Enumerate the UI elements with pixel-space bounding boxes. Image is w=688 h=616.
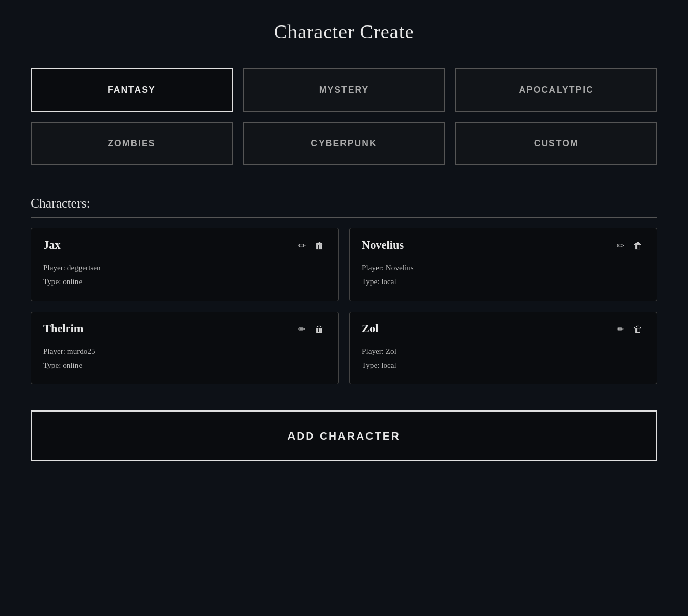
characters-section: Characters: Jax ✏ 🗑 Player: deggertsen T… bbox=[31, 196, 657, 461]
character-card-zol: Zol ✏ 🗑 Player: Zol Type: local bbox=[349, 312, 657, 385]
delete-icon: 🗑 bbox=[315, 324, 324, 335]
character-card-jax: Jax ✏ 🗑 Player: deggertsen Type: online bbox=[31, 228, 339, 301]
character-actions: ✏ 🗑 bbox=[296, 239, 326, 253]
genre-grid: FANTASYMYSTERYAPOCALYTPICZOMBIESCYBERPUN… bbox=[31, 68, 657, 165]
page-title: Character Create bbox=[31, 20, 657, 43]
character-type: Type: local bbox=[362, 274, 645, 288]
edit-character-button[interactable]: ✏ bbox=[615, 239, 626, 253]
character-name: Jax bbox=[43, 239, 61, 252]
character-player: Player: Zol bbox=[362, 344, 645, 358]
character-player: Player: deggertsen bbox=[43, 261, 326, 274]
edit-icon: ✏ bbox=[617, 324, 624, 335]
character-info: Player: Novelius Type: local bbox=[362, 261, 645, 289]
character-card-header: Jax ✏ 🗑 bbox=[43, 239, 326, 253]
delete-character-button[interactable]: 🗑 bbox=[313, 322, 326, 337]
bottom-divider bbox=[31, 395, 657, 395]
edit-icon: ✏ bbox=[298, 324, 306, 335]
character-player: Player: Novelius bbox=[362, 261, 645, 274]
genre-button-fantasy[interactable]: FANTASY bbox=[31, 68, 233, 112]
genre-button-cyberpunk[interactable]: CYBERPUNK bbox=[243, 122, 445, 165]
edit-character-button[interactable]: ✏ bbox=[296, 239, 308, 253]
genre-button-zombies[interactable]: ZOMBIES bbox=[31, 122, 233, 165]
section-divider bbox=[31, 217, 657, 218]
character-card-header: Thelrim ✏ 🗑 bbox=[43, 322, 326, 337]
genre-button-apocalyptic[interactable]: APOCALYTPIC bbox=[455, 68, 657, 112]
genre-button-custom[interactable]: CUSTOM bbox=[455, 122, 657, 165]
character-card-thelrim: Thelrim ✏ 🗑 Player: murdo25 Type: online bbox=[31, 312, 339, 385]
character-type: Type: online bbox=[43, 358, 326, 372]
add-character-button[interactable]: ADD CHARACTER bbox=[31, 410, 657, 461]
character-card-novelius: Novelius ✏ 🗑 Player: Novelius Type: loca… bbox=[349, 228, 657, 301]
character-info: Player: deggertsen Type: online bbox=[43, 261, 326, 289]
character-actions: ✏ 🗑 bbox=[615, 239, 645, 253]
character-name: Thelrim bbox=[43, 322, 83, 336]
delete-character-button[interactable]: 🗑 bbox=[631, 322, 645, 337]
character-card-header: Novelius ✏ 🗑 bbox=[362, 239, 645, 253]
edit-character-button[interactable]: ✏ bbox=[615, 322, 626, 337]
delete-icon: 🗑 bbox=[633, 241, 643, 251]
delete-icon: 🗑 bbox=[315, 241, 324, 251]
character-type: Type: local bbox=[362, 358, 645, 372]
characters-grid: Jax ✏ 🗑 Player: deggertsen Type: online … bbox=[31, 228, 657, 384]
character-actions: ✏ 🗑 bbox=[615, 322, 645, 337]
genre-button-mystery[interactable]: MYSTERY bbox=[243, 68, 445, 112]
character-info: Player: murdo25 Type: online bbox=[43, 344, 326, 372]
characters-label: Characters: bbox=[31, 196, 657, 211]
character-card-header: Zol ✏ 🗑 bbox=[362, 322, 645, 337]
character-type: Type: online bbox=[43, 274, 326, 288]
edit-icon: ✏ bbox=[617, 241, 624, 251]
delete-character-button[interactable]: 🗑 bbox=[631, 239, 645, 253]
character-name: Novelius bbox=[362, 239, 404, 252]
character-name: Zol bbox=[362, 322, 378, 336]
character-info: Player: Zol Type: local bbox=[362, 344, 645, 372]
character-actions: ✏ 🗑 bbox=[296, 322, 326, 337]
character-player: Player: murdo25 bbox=[43, 344, 326, 358]
delete-icon: 🗑 bbox=[633, 324, 643, 335]
edit-character-button[interactable]: ✏ bbox=[296, 322, 308, 337]
delete-character-button[interactable]: 🗑 bbox=[313, 239, 326, 253]
edit-icon: ✏ bbox=[298, 241, 306, 251]
